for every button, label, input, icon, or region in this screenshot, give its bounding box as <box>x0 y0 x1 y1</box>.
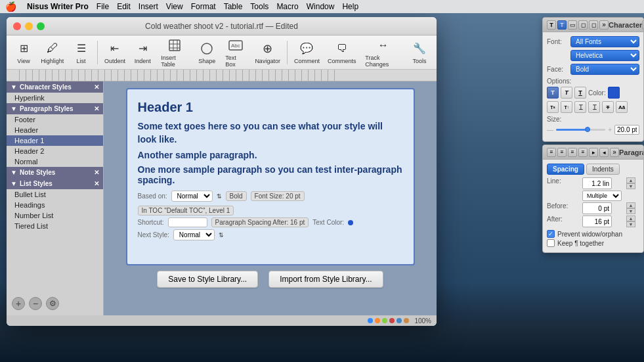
para-arrow-right[interactable]: ▸ <box>589 148 598 157</box>
char-panel-btn-5[interactable]: ◻ <box>589 20 598 30</box>
color-label: Color: <box>588 89 606 97</box>
toolbar-insert-table[interactable]: Insert Table <box>157 35 192 70</box>
toolbar-indent[interactable]: ⇥ Indent <box>131 38 154 67</box>
sidebar-item-headings[interactable]: Headings <box>7 200 103 210</box>
sidebar-section-paragraph-styles[interactable]: ▼ Paragraph Styles ✕ <box>7 103 103 114</box>
sidebar-section-character-styles[interactable]: ▼ Character Styles ✕ <box>7 81 103 93</box>
toolbar-navigator[interactable]: ⊕ Navigator <box>252 38 283 67</box>
sidebar-item-header1[interactable]: Header 1 <box>7 135 103 146</box>
char-sub-btn[interactable]: Ts <box>547 101 559 113</box>
before-value-input[interactable] <box>582 202 612 214</box>
para-arrow-left[interactable]: ◂ <box>599 148 609 157</box>
menu-insert[interactable]: Insert <box>139 2 158 11</box>
char-panel-btn-1[interactable]: T <box>547 20 556 30</box>
toolbar-list[interactable]: ☰ List <box>70 38 93 67</box>
remove-style-button[interactable]: − <box>29 297 42 310</box>
char-panel-btn-4[interactable]: ◻ <box>578 20 588 30</box>
face-select[interactable]: Bold <box>570 64 639 75</box>
toolbar-highlight[interactable]: 🖊 Highlight <box>38 38 67 67</box>
para-list-btn[interactable]: ≡ <box>578 148 588 157</box>
sidebar-item-footer[interactable]: Footer <box>7 114 103 125</box>
menu-table[interactable]: Table <box>224 2 243 11</box>
char-italic-btn[interactable]: T <box>561 87 572 99</box>
line-type-spacer <box>547 191 580 201</box>
line-type-select[interactable]: Multiple <box>582 191 622 201</box>
next-style-select[interactable]: Normal <box>173 229 215 240</box>
sidebar-item-header2[interactable]: Header 2 <box>7 146 103 156</box>
sidebar-item-normal[interactable]: Normal <box>7 156 103 167</box>
toolbar-textbox[interactable]: Abc Text Box <box>221 35 249 70</box>
font-name-select[interactable]: Helvetica <box>570 50 639 61</box>
before-step-up[interactable]: ▲ <box>626 202 635 208</box>
close-button[interactable] <box>13 22 21 30</box>
para-expand[interactable]: » <box>610 148 619 157</box>
toolbar-tools[interactable]: 🔧 Tools <box>408 38 431 67</box>
sidebar-section-list-styles[interactable]: ▼ List Styles ✕ <box>7 178 103 189</box>
char-sup-btn[interactable]: T↑ <box>561 101 572 113</box>
menu-format[interactable]: Format <box>191 2 216 11</box>
menu-help[interactable]: Help <box>342 2 358 11</box>
sidebar-item-bullet-list[interactable]: Bullet List <box>7 189 103 200</box>
sidebar-item-number-list[interactable]: Number List <box>7 210 103 221</box>
char-underline-btn[interactable]: T <box>574 87 586 99</box>
char-btn-3[interactable]: ⌶ <box>574 101 586 113</box>
char-panel-expand[interactable]: » <box>599 20 609 30</box>
import-from-library-button[interactable]: Import from Style Library... <box>268 271 383 288</box>
toolbar-comment[interactable]: 💬 Comment <box>291 38 322 67</box>
main-window: Cold weather shoot v2 - tutorial.rtf — E… <box>7 17 437 326</box>
after-value-input[interactable] <box>582 215 612 227</box>
char-case-btn[interactable]: Aā <box>616 101 628 113</box>
line-step-down[interactable]: ▼ <box>626 183 635 189</box>
size-input[interactable] <box>614 125 639 135</box>
menu-tools[interactable]: Tools <box>250 2 268 11</box>
before-step-down[interactable]: ▼ <box>626 208 635 214</box>
menu-file[interactable]: File <box>97 2 109 11</box>
spacing-tab[interactable]: Spacing <box>547 164 584 175</box>
para-align-right-btn[interactable]: ≡ <box>568 148 577 157</box>
toolbar-track-changes[interactable]: ↔ Track Changes <box>361 35 405 70</box>
add-style-button[interactable]: + <box>12 297 25 310</box>
based-on-select[interactable]: Normal <box>171 191 213 202</box>
size-plus-icon: + <box>608 126 612 133</box>
toolbar-comments[interactable]: 🗨 Comments <box>325 38 358 67</box>
para-align-center-btn[interactable]: ≡ <box>557 148 567 157</box>
char-strikethrough-btn[interactable]: T <box>602 101 614 113</box>
next-style-stepper[interactable]: ⇅ <box>219 232 224 238</box>
save-to-library-button[interactable]: Save to Style Library... <box>157 271 258 288</box>
keep-together-checkbox[interactable] <box>547 239 555 247</box>
toolbar-view[interactable]: ⊞ View <box>12 38 35 67</box>
char-btn-4[interactable]: ⌶ <box>588 101 600 113</box>
color-swatch[interactable] <box>608 87 620 99</box>
para-align-left-btn[interactable]: ≡ <box>547 148 556 157</box>
char-panel-btn-3[interactable]: ▭ <box>568 20 577 30</box>
size-slider-thumb[interactable] <box>585 127 590 132</box>
based-on-stepper[interactable]: ⇅ <box>217 193 222 200</box>
menu-window[interactable]: Window <box>307 2 335 11</box>
toolbar-outdent[interactable]: ⇤ Outdent <box>101 38 128 67</box>
sidebar-item-tiered-list[interactable]: Tiered List <box>7 221 103 231</box>
after-step-down[interactable]: ▼ <box>626 221 635 227</box>
menu-macro[interactable]: Macro <box>276 2 298 11</box>
apple-menu[interactable]: 🍎 <box>5 1 16 12</box>
menu-view[interactable]: View <box>166 2 183 11</box>
font-all-select[interactable]: All Fonts <box>570 36 639 47</box>
indents-tab[interactable]: Indents <box>586 164 620 175</box>
style-settings-button[interactable]: ⚙ <box>46 297 59 310</box>
size-slider[interactable] <box>556 129 605 131</box>
shortcut-input[interactable] <box>168 217 207 227</box>
maximize-button[interactable] <box>37 22 45 30</box>
minimize-button[interactable] <box>25 22 33 30</box>
sidebar-item-header[interactable]: Header <box>7 125 103 135</box>
sidebar-item-hyperlink[interactable]: Hyperlink <box>7 93 103 103</box>
style-preview-text1: Some text goes here so you can see what … <box>138 120 403 146</box>
doc-area[interactable]: Header 1 Some text goes here so you can … <box>104 81 437 315</box>
line-value-input[interactable] <box>582 177 612 189</box>
after-step-up[interactable]: ▲ <box>626 215 635 221</box>
prevent-widow-checkbox[interactable]: ✓ <box>547 230 555 238</box>
sidebar-section-note-styles[interactable]: ▼ Note Styles ✕ <box>7 167 103 178</box>
char-bold-btn[interactable]: T <box>547 87 559 99</box>
toolbar-shape[interactable]: Shape <box>195 38 219 67</box>
line-step-up[interactable]: ▲ <box>626 177 635 183</box>
menu-edit[interactable]: Edit <box>117 2 131 11</box>
char-panel-btn-2[interactable]: T <box>557 20 567 30</box>
